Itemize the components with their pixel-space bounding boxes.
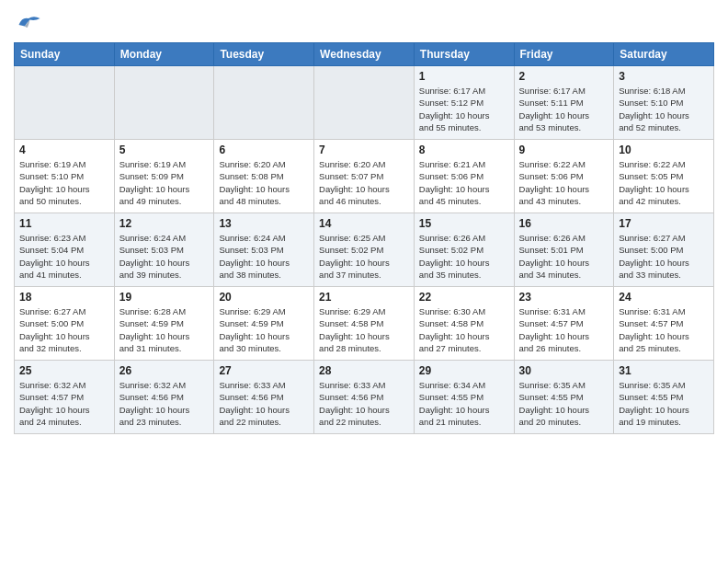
- calendar-cell: 31Sunrise: 6:35 AMSunset: 4:55 PMDayligh…: [614, 361, 714, 434]
- day-info: Sunrise: 6:33 AMSunset: 4:56 PMDaylight:…: [319, 379, 409, 428]
- day-info: Sunrise: 6:28 AMSunset: 4:59 PMDaylight:…: [119, 305, 210, 354]
- day-info: Sunrise: 6:31 AMSunset: 4:57 PMDaylight:…: [519, 305, 609, 354]
- day-info: Sunrise: 6:29 AMSunset: 4:58 PMDaylight:…: [319, 305, 409, 354]
- calendar-cell: 27Sunrise: 6:33 AMSunset: 4:56 PMDayligh…: [214, 361, 314, 434]
- calendar-cell: 11Sunrise: 6:23 AMSunset: 5:04 PMDayligh…: [15, 213, 115, 287]
- calendar-cell: 15Sunrise: 6:26 AMSunset: 5:02 PMDayligh…: [414, 213, 514, 287]
- day-info: Sunrise: 6:34 AMSunset: 4:55 PMDaylight:…: [419, 379, 509, 428]
- day-number: 6: [219, 144, 309, 156]
- day-info: Sunrise: 6:18 AMSunset: 5:10 PMDaylight:…: [619, 85, 709, 133]
- weekday-header-wednesday: Wednesday: [314, 43, 415, 66]
- logo: [14, 13, 43, 37]
- day-number: 4: [19, 144, 109, 156]
- calendar-cell: 30Sunrise: 6:35 AMSunset: 4:55 PMDayligh…: [514, 361, 614, 434]
- calendar-cell: 17Sunrise: 6:27 AMSunset: 5:00 PMDayligh…: [614, 213, 714, 287]
- day-info: Sunrise: 6:35 AMSunset: 4:55 PMDaylight:…: [619, 379, 709, 428]
- calendar-week-row: 18Sunrise: 6:27 AMSunset: 5:00 PMDayligh…: [15, 287, 714, 361]
- calendar-cell: 26Sunrise: 6:32 AMSunset: 4:56 PMDayligh…: [114, 361, 214, 434]
- weekday-header-friday: Friday: [514, 43, 614, 66]
- day-number: 25: [19, 364, 109, 377]
- day-info: Sunrise: 6:31 AMSunset: 4:57 PMDaylight:…: [619, 305, 709, 354]
- day-info: Sunrise: 6:35 AMSunset: 4:55 PMDaylight:…: [519, 379, 609, 428]
- calendar-cell: 7Sunrise: 6:20 AMSunset: 5:07 PMDaylight…: [314, 140, 415, 213]
- day-number: 23: [519, 291, 609, 304]
- day-number: 3: [619, 70, 709, 83]
- day-number: 18: [19, 291, 109, 304]
- day-number: 13: [219, 217, 309, 230]
- calendar-cell: 29Sunrise: 6:34 AMSunset: 4:55 PMDayligh…: [414, 361, 514, 434]
- calendar-cell: [114, 66, 214, 140]
- day-info: Sunrise: 6:26 AMSunset: 5:01 PMDaylight:…: [519, 232, 609, 281]
- day-info: Sunrise: 6:20 AMSunset: 5:08 PMDaylight:…: [219, 158, 309, 207]
- day-info: Sunrise: 6:19 AMSunset: 5:10 PMDaylight:…: [19, 158, 109, 207]
- calendar-week-row: 25Sunrise: 6:32 AMSunset: 4:57 PMDayligh…: [15, 361, 714, 434]
- calendar-cell: 1Sunrise: 6:17 AMSunset: 5:12 PMDaylight…: [414, 66, 514, 140]
- day-number: 19: [119, 291, 210, 304]
- calendar-cell: [314, 66, 415, 140]
- calendar-cell: 4Sunrise: 6:19 AMSunset: 5:10 PMDaylight…: [15, 140, 115, 213]
- page-header: [14, 9, 714, 37]
- calendar-cell: 9Sunrise: 6:22 AMSunset: 5:06 PMDaylight…: [514, 140, 614, 213]
- calendar-cell: [214, 66, 314, 140]
- day-number: 28: [319, 364, 409, 377]
- day-number: 15: [419, 217, 509, 230]
- day-number: 31: [619, 364, 709, 377]
- calendar-week-row: 1Sunrise: 6:17 AMSunset: 5:12 PMDaylight…: [15, 66, 714, 140]
- calendar-cell: 8Sunrise: 6:21 AMSunset: 5:06 PMDaylight…: [414, 140, 514, 213]
- logo-bird-icon: [16, 13, 41, 33]
- day-number: 8: [419, 144, 509, 156]
- weekday-header-thursday: Thursday: [414, 43, 514, 66]
- day-number: 2: [519, 70, 609, 83]
- calendar-cell: 5Sunrise: 6:19 AMSunset: 5:09 PMDaylight…: [114, 140, 214, 213]
- day-info: Sunrise: 6:27 AMSunset: 5:00 PMDaylight:…: [619, 232, 709, 281]
- day-info: Sunrise: 6:23 AMSunset: 5:04 PMDaylight:…: [19, 232, 109, 281]
- day-number: 9: [519, 144, 609, 156]
- calendar-cell: 23Sunrise: 6:31 AMSunset: 4:57 PMDayligh…: [514, 287, 614, 361]
- day-number: 5: [119, 144, 210, 156]
- calendar-cell: 12Sunrise: 6:24 AMSunset: 5:03 PMDayligh…: [114, 213, 214, 287]
- day-number: 27: [219, 364, 309, 377]
- day-info: Sunrise: 6:26 AMSunset: 5:02 PMDaylight:…: [419, 232, 509, 281]
- day-info: Sunrise: 6:17 AMSunset: 5:11 PMDaylight:…: [519, 85, 609, 133]
- day-info: Sunrise: 6:19 AMSunset: 5:09 PMDaylight:…: [119, 158, 210, 207]
- page-container: SundayMondayTuesdayWednesdayThursdayFrid…: [0, 0, 728, 448]
- calendar-cell: 20Sunrise: 6:29 AMSunset: 4:59 PMDayligh…: [214, 287, 314, 361]
- day-info: Sunrise: 6:29 AMSunset: 4:59 PMDaylight:…: [219, 305, 309, 354]
- day-info: Sunrise: 6:17 AMSunset: 5:12 PMDaylight:…: [419, 85, 509, 133]
- calendar-week-row: 4Sunrise: 6:19 AMSunset: 5:10 PMDaylight…: [15, 140, 714, 213]
- weekday-header-saturday: Saturday: [614, 43, 714, 66]
- calendar-cell: 24Sunrise: 6:31 AMSunset: 4:57 PMDayligh…: [614, 287, 714, 361]
- day-number: 1: [419, 70, 509, 83]
- day-info: Sunrise: 6:25 AMSunset: 5:02 PMDaylight:…: [319, 232, 409, 281]
- day-number: 21: [319, 291, 409, 304]
- day-number: 12: [119, 217, 210, 230]
- calendar-cell: 19Sunrise: 6:28 AMSunset: 4:59 PMDayligh…: [114, 287, 214, 361]
- calendar-cell: 22Sunrise: 6:30 AMSunset: 4:58 PMDayligh…: [414, 287, 514, 361]
- calendar-cell: 25Sunrise: 6:32 AMSunset: 4:57 PMDayligh…: [15, 361, 115, 434]
- day-number: 29: [419, 364, 509, 377]
- day-number: 22: [419, 291, 509, 304]
- calendar-cell: 10Sunrise: 6:22 AMSunset: 5:05 PMDayligh…: [614, 140, 714, 213]
- calendar-cell: [15, 66, 115, 140]
- day-info: Sunrise: 6:30 AMSunset: 4:58 PMDaylight:…: [419, 305, 509, 354]
- day-info: Sunrise: 6:32 AMSunset: 4:56 PMDaylight:…: [119, 379, 210, 428]
- calendar-header-row: SundayMondayTuesdayWednesdayThursdayFrid…: [15, 43, 714, 66]
- day-info: Sunrise: 6:22 AMSunset: 5:06 PMDaylight:…: [519, 158, 609, 207]
- day-number: 10: [619, 144, 709, 156]
- day-number: 30: [519, 364, 609, 377]
- weekday-header-tuesday: Tuesday: [214, 43, 314, 66]
- day-info: Sunrise: 6:21 AMSunset: 5:06 PMDaylight:…: [419, 158, 509, 207]
- day-info: Sunrise: 6:24 AMSunset: 5:03 PMDaylight:…: [119, 232, 210, 281]
- day-info: Sunrise: 6:22 AMSunset: 5:05 PMDaylight:…: [619, 158, 709, 207]
- calendar-cell: 21Sunrise: 6:29 AMSunset: 4:58 PMDayligh…: [314, 287, 415, 361]
- calendar-cell: 2Sunrise: 6:17 AMSunset: 5:11 PMDaylight…: [514, 66, 614, 140]
- calendar-cell: 16Sunrise: 6:26 AMSunset: 5:01 PMDayligh…: [514, 213, 614, 287]
- day-number: 7: [319, 144, 409, 156]
- day-number: 11: [19, 217, 109, 230]
- calendar-cell: 6Sunrise: 6:20 AMSunset: 5:08 PMDaylight…: [214, 140, 314, 213]
- day-number: 17: [619, 217, 709, 230]
- day-number: 24: [619, 291, 709, 304]
- calendar-cell: 18Sunrise: 6:27 AMSunset: 5:00 PMDayligh…: [15, 287, 115, 361]
- day-info: Sunrise: 6:33 AMSunset: 4:56 PMDaylight:…: [219, 379, 309, 428]
- day-info: Sunrise: 6:32 AMSunset: 4:57 PMDaylight:…: [19, 379, 109, 428]
